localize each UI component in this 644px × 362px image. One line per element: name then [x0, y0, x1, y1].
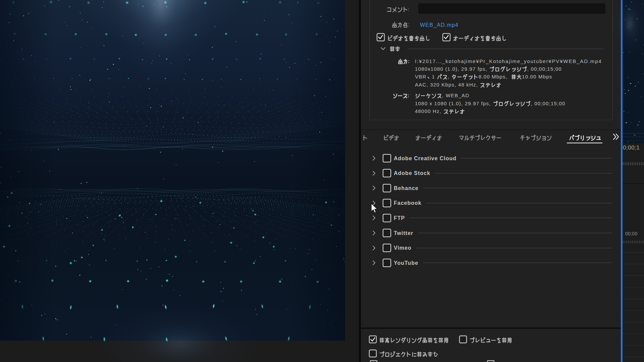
svg-text:YouTube: YouTube — [394, 260, 418, 266]
svg-text:Vimeo: Vimeo — [394, 245, 412, 251]
svg-text::: : — [408, 6, 409, 12]
svg-text:Adobe Creative Cloud: Adobe Creative Cloud — [394, 156, 457, 161]
svg-text:Twitter: Twitter — [394, 230, 413, 236]
svg-text:1080x1080 (1.0), 29.97 fps,: 1080x1080 (1.0), 29.97 fps, — [415, 66, 487, 72]
svg-text:1080 x 1080 (1.0), 29.97 fps,: 1080 x 1080 (1.0), 29.97 fps, — [415, 101, 491, 106]
svg-text:FTP: FTP — [394, 215, 405, 221]
svg-text::: : — [408, 58, 410, 64]
svg-text::: : — [408, 93, 409, 98]
svg-text:, 00;00;15;00: , 00;00;15;00 — [531, 101, 565, 106]
svg-text:,: , — [448, 74, 449, 79]
svg-text:1: 1 — [432, 74, 435, 79]
svg-text::: : — [408, 22, 409, 27]
svg-text:00;00: 00;00 — [625, 231, 638, 236]
svg-text:8.00 Mbps,: 8.00 Mbps, — [479, 74, 507, 79]
svg-text:, WEB_AD: , WEB_AD — [442, 93, 469, 98]
svg-text:Facebook: Facebook — [394, 200, 422, 206]
svg-text:48000 Hz,: 48000 Hz, — [415, 108, 441, 114]
svg-text:VBR: VBR — [415, 74, 426, 79]
svg-text:, 00;00;15;00: , 00;00;15;00 — [527, 66, 562, 72]
svg-text:0;00;1: 0;00;1 — [623, 144, 640, 151]
svg-text:Adobe Stock: Adobe Stock — [394, 170, 430, 176]
svg-text:I:¥2017..._kotohajime¥Pr_Kotoh: I:¥2017..._kotohajime¥Pr_Kotohajime_yout… — [415, 58, 602, 64]
svg-text:Behance: Behance — [394, 185, 419, 191]
svg-text:AAC, 320 Kbps, 48 kHz,: AAC, 320 Kbps, 48 kHz, — [415, 82, 478, 87]
svg-text:WEB_AD.mp4: WEB_AD.mp4 — [420, 22, 459, 28]
svg-text:10.00 Mbps: 10.00 Mbps — [522, 74, 552, 79]
